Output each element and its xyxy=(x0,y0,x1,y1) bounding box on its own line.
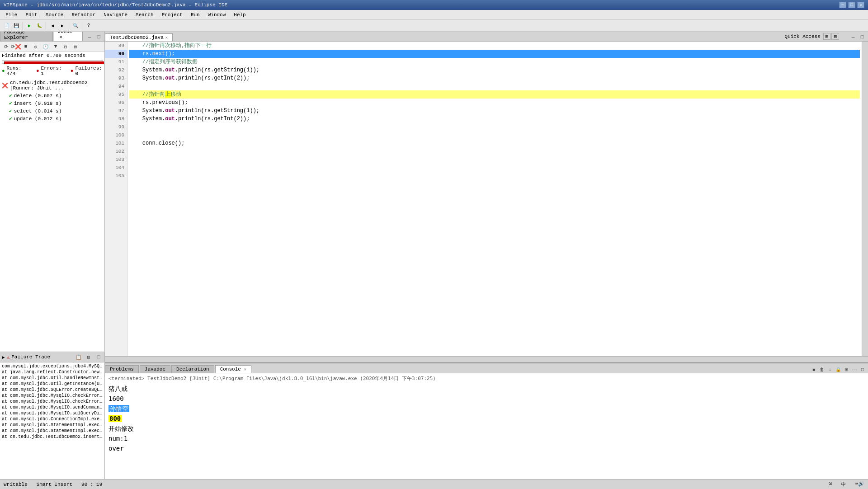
save-btn[interactable]: 💾 xyxy=(12,21,21,30)
minimize-panel-btn[interactable]: — xyxy=(85,33,94,41)
search-btn[interactable]: 🔍 xyxy=(71,21,80,30)
tree-item-select[interactable]: ✔ select (0.014 s) xyxy=(2,107,103,115)
editor-maximize-btn[interactable]: □ xyxy=(858,33,866,41)
editor-hscroll[interactable] xyxy=(105,356,868,362)
run-btn[interactable]: ▶ xyxy=(25,21,34,30)
line-num-103: 103 xyxy=(105,155,127,164)
status-position: 90 : 19 xyxy=(81,482,102,487)
code-line-96: rs.previous(); xyxy=(129,99,860,107)
stop-btn[interactable]: ■ xyxy=(22,42,30,51)
tree-item-delete[interactable]: ✔ delete (0.607 s) xyxy=(2,92,103,99)
quick-access-label: Quick Access xyxy=(785,34,821,39)
menu-file[interactable]: File xyxy=(2,11,21,19)
rerun-btn[interactable]: ⟳ xyxy=(2,42,10,51)
console-line-7: over xyxy=(108,443,864,453)
code-line-98: System.out.println(rs.getInt(2)); xyxy=(129,115,860,123)
code-line-99 xyxy=(129,123,860,131)
line-num-105: 105 xyxy=(105,172,127,180)
back-btn[interactable]: ◀ xyxy=(48,21,57,30)
close-button[interactable]: ✕ xyxy=(857,2,864,8)
menu-refactor[interactable]: Refactor xyxy=(68,11,99,19)
failure-trace-panel: ▶ ⚠ Failure Trace 📋 ⊟ □ com.mysql.jdbc.e… xyxy=(0,352,104,483)
tab-package-explorer[interactable]: Package Explorer xyxy=(0,32,53,41)
filter-btn[interactable]: ⊙ xyxy=(32,42,40,51)
tab-junit[interactable]: JUnit ✕ xyxy=(54,32,83,41)
console-stop-btn[interactable]: ■ xyxy=(810,366,817,373)
menu-run[interactable]: Run xyxy=(187,11,203,19)
console-scroll-btn[interactable]: ↓ xyxy=(826,366,834,373)
pass-icon-insert: ✔ xyxy=(9,100,12,106)
tree-item-insert[interactable]: ✔ insert (0.018 s) xyxy=(2,99,103,107)
trace-btn3[interactable]: □ xyxy=(94,353,103,361)
console-maximize-btn[interactable]: □ xyxy=(859,366,866,373)
tab-problems[interactable]: Problems xyxy=(105,365,139,373)
perspective-btn2[interactable]: ⊟ xyxy=(831,33,839,40)
menu-source[interactable]: Source xyxy=(42,11,67,19)
trace-btn2[interactable]: ⊟ xyxy=(85,353,93,361)
status-writable: Writable xyxy=(4,482,28,487)
line-num-96: 96 xyxy=(105,99,127,107)
window-controls: ─ □ ✕ xyxy=(839,2,864,8)
minimize-button[interactable]: ─ xyxy=(839,2,846,8)
menu-edit[interactable]: Edit xyxy=(22,11,41,19)
collapse-btn[interactable]: ⊟ xyxy=(61,42,70,51)
code-line-97: System.out.println(rs.getString(1)); xyxy=(129,107,860,115)
tab-javadoc[interactable]: Javadoc xyxy=(140,365,170,373)
maximize-button[interactable]: □ xyxy=(848,2,855,8)
console-collapse-btn[interactable]: — xyxy=(851,366,858,373)
failure-trace-content: com.mysql.jdbc.exceptions.jdbc4.MySQLInt… xyxy=(0,362,104,483)
editor-tab-close[interactable]: ✕ xyxy=(165,35,168,40)
perspective-controls: ⊞ ⊟ xyxy=(823,33,839,40)
tab-declaration[interactable]: Declaration xyxy=(171,365,214,373)
tab-console[interactable]: Console ✕ xyxy=(215,365,251,373)
new-btn[interactable]: 📄 xyxy=(2,21,11,30)
junit-status: Finished after 0.709 seconds xyxy=(0,52,104,59)
menu-navigate[interactable]: Navigate xyxy=(100,11,131,19)
line-num-94: 94 xyxy=(105,82,127,90)
editor-collapse-btn[interactable]: — xyxy=(849,33,857,41)
trace-btn1[interactable]: 📋 xyxy=(75,353,83,361)
tree-item-update[interactable]: ✔ update (0.012 s) xyxy=(2,115,103,122)
console-line-2: 1600 xyxy=(108,394,864,404)
line-num-97: 97 xyxy=(105,107,127,115)
junit-tab-close[interactable]: ✕ xyxy=(60,35,62,40)
junit-toolbar: ⟳ ⟳❌ ■ ⊙ 🕐 ▼ ⊟ ⊞ xyxy=(0,42,104,52)
line-numbers: 89 90 91 92 93 94 95 96 97 98 99 100 101… xyxy=(105,42,127,356)
rerun-failed-btn[interactable]: ⟳❌ xyxy=(12,42,20,51)
menu-project[interactable]: Project xyxy=(158,11,186,19)
history-btn[interactable]: 🕐 xyxy=(42,42,50,51)
console-view-btn[interactable]: ⊞ xyxy=(843,366,850,373)
status-ime: 中 xyxy=(841,481,846,488)
failures-stat: ● Failures: 0 xyxy=(71,66,103,76)
console-clear-btn[interactable]: 🗑 xyxy=(818,366,826,373)
tree-item-main[interactable]: ❌ cn.tedu.jdbc.TestJdbcDemo2 [Runner: JU… xyxy=(2,79,103,92)
console-line-4: 800 xyxy=(108,414,864,423)
menu-help[interactable]: Help xyxy=(230,11,249,19)
help-btn[interactable]: ? xyxy=(84,21,93,30)
menu-search[interactable]: Search xyxy=(132,11,157,19)
editor-tab-main[interactable]: TestJdbcDemo2.java ✕ xyxy=(105,33,173,41)
code-line-102 xyxy=(129,147,860,155)
console-line-5: 开始修改 xyxy=(108,423,864,433)
editor-vscroll[interactable] xyxy=(862,42,868,356)
perspective-btn[interactable]: ⊞ xyxy=(823,33,831,40)
code-area[interactable]: //指针再次移动,指向下一行 rs.next(); //指定列序号获得数据 Sy… xyxy=(127,42,862,356)
trace-line: at com.mysql.jdbc.MysqlIO.checkErrorPack… xyxy=(2,399,103,404)
maximize-panel-btn[interactable]: □ xyxy=(94,33,103,41)
line-num-95: 95 xyxy=(105,90,127,99)
console-tab-close[interactable]: ✕ xyxy=(244,367,246,372)
status-lang-icon: S xyxy=(829,481,832,488)
console-line-1: 猪八戒 xyxy=(108,384,864,394)
fwd-btn[interactable]: ▶ xyxy=(58,21,67,30)
junit-progress-bar xyxy=(4,61,104,64)
collapse-trace-btn[interactable]: ▶ xyxy=(2,354,5,360)
view-menu-btn[interactable]: ▼ xyxy=(52,42,60,51)
code-line-93: System.out.println(rs.getInt(2)); xyxy=(129,74,860,82)
menu-window[interactable]: Window xyxy=(204,11,230,19)
console-lock-btn[interactable]: 🔒 xyxy=(835,366,842,373)
left-panel: Package Explorer JUnit ✕ — □ ⟳ ⟳❌ ■ ⊙ xyxy=(0,32,105,489)
line-num-101: 101 xyxy=(105,139,127,147)
code-line-104 xyxy=(129,164,860,172)
layout-btn[interactable]: ⊞ xyxy=(71,42,80,51)
debug-btn[interactable]: 🐛 xyxy=(35,21,44,30)
